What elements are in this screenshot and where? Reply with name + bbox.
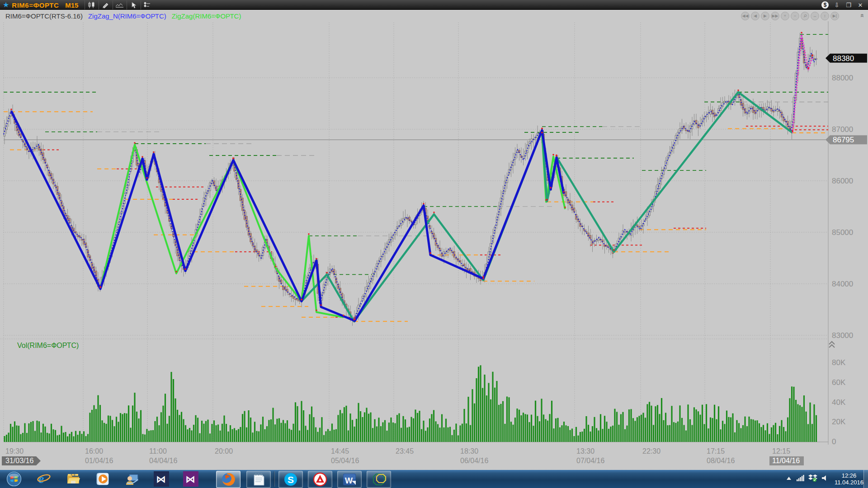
svg-text:16:00: 16:00	[85, 447, 103, 455]
tray-time: 12:26	[835, 472, 863, 479]
svg-text:83000: 83000	[832, 331, 853, 340]
network-signal-icon[interactable]	[796, 474, 804, 483]
svg-text:84000: 84000	[832, 280, 853, 288]
svg-text:0: 0	[832, 437, 836, 446]
legend-zigzag-n[interactable]: ZigZag_N(RIM6=ФОРТС)	[88, 12, 166, 20]
svg-text:80K: 80K	[832, 358, 846, 367]
svg-text:04/04/16: 04/04/16	[149, 457, 177, 465]
svg-text:W: W	[345, 476, 353, 485]
svg-text:e: e	[38, 472, 44, 486]
svg-text:88380: 88380	[833, 54, 854, 63]
svg-text:12:15: 12:15	[772, 447, 790, 455]
svg-text:05/04/16: 05/04/16	[331, 457, 359, 465]
tray-clock[interactable]: 12:2611.04.2016	[835, 472, 863, 486]
svg-text:23:45: 23:45	[396, 447, 414, 455]
visual-studio-dark-icon[interactable]: ⋈	[151, 471, 172, 487]
octagon-app-icon[interactable]	[367, 471, 391, 488]
svg-text:88000: 88000	[832, 74, 853, 82]
remote-user-app-icon[interactable]	[122, 471, 142, 487]
window-title: RIM6=ФОРТС	[12, 1, 59, 9]
magnifier-button[interactable]: ⚲	[799, 10, 811, 22]
speaker-icon[interactable]	[821, 474, 829, 483]
word-icon[interactable]: W	[337, 471, 362, 488]
svg-text:14:45: 14:45	[331, 447, 349, 455]
svg-text:S: S	[288, 474, 294, 485]
chart-nav-buttons: ◀◀◀▶▶▶+−⚲↔↕▶|	[741, 12, 839, 20]
window-controls: $⇩❐✕	[819, 0, 866, 9]
svg-text:11/04/16: 11/04/16	[772, 457, 800, 465]
svg-text:86795: 86795	[833, 136, 854, 144]
svg-text:17:15: 17:15	[707, 447, 725, 455]
legend-zigzag[interactable]: ZigZag(RIM6=ФОРТС)	[172, 12, 241, 20]
firefox-icon[interactable]	[216, 471, 241, 488]
svg-text:08/04/16: 08/04/16	[707, 457, 735, 465]
scroll-left-button[interactable]: ◀	[751, 12, 760, 20]
scroll-fast-right-button[interactable]: ▶▶	[771, 12, 779, 20]
download-icon[interactable]: ⇩	[831, 0, 843, 9]
svg-text:06/04/16: 06/04/16	[460, 457, 488, 465]
svg-text:85000: 85000	[832, 228, 853, 237]
legend-instrument[interactable]: RIM6=ФОРТС(RTS-6.16)	[5, 12, 83, 20]
svg-text:19:30: 19:30	[5, 447, 24, 455]
scroll-fast-left-button[interactable]: ◀◀	[741, 12, 750, 20]
tray-date: 11.04.2016	[835, 479, 863, 486]
volume-pane-label: Vol(RIM6=ФОРТС)	[17, 342, 79, 349]
chart-toolbar	[85, 0, 155, 10]
collapse-volume-icon	[829, 342, 835, 347]
svg-text:13:30: 13:30	[576, 447, 594, 455]
svg-text:20K: 20K	[832, 418, 846, 426]
windows-taskbar: e⋈⋈SW12:2611.04.2016	[0, 470, 868, 488]
go-to-end-button[interactable]: ▶|	[830, 12, 839, 20]
close-icon[interactable]: ✕	[854, 0, 866, 9]
svg-text:⋈: ⋈	[185, 474, 195, 485]
svg-text:07/04/16: 07/04/16	[576, 457, 604, 465]
svg-text:18:30: 18:30	[460, 447, 478, 455]
title-bar: ★ RIM6=ФОРТС M15 $⇩❐✕	[0, 0, 868, 10]
taskbar-divider	[274, 471, 275, 487]
favorite-star-icon[interactable]: ★	[3, 0, 9, 10]
windows-explorer-icon[interactable]	[63, 471, 84, 487]
indicator-tool-icon[interactable]	[141, 0, 155, 9]
chart-canvas[interactable]: 88000870008600085000840008300080K60K40K2…	[0, 21, 868, 470]
media-player-icon[interactable]	[92, 471, 113, 487]
svg-text:87000: 87000	[832, 125, 853, 134]
svg-text:31/03/16: 31/03/16	[5, 457, 33, 465]
show-desktop-button[interactable]	[863, 470, 868, 488]
levels-tool-icon[interactable]	[113, 0, 127, 9]
notepad-icon[interactable]	[246, 471, 271, 488]
compress-horizontal-button[interactable]: ↔	[811, 12, 819, 20]
scroll-right-button[interactable]: ▶	[761, 12, 769, 20]
svg-text:20:00: 20:00	[215, 447, 233, 455]
svg-text:40K: 40K	[832, 398, 846, 407]
svg-text:11:00: 11:00	[149, 447, 167, 455]
collapse-panel-icon[interactable]: «	[859, 14, 866, 17]
zoom-in-button[interactable]: +	[781, 12, 789, 20]
candlestick-tool-icon[interactable]	[85, 0, 99, 9]
compress-vertical-button[interactable]: ↕	[821, 12, 829, 20]
svg-text:60K: 60K	[832, 378, 846, 387]
cursor-tool-icon[interactable]	[127, 0, 141, 9]
draw-tool-icon[interactable]	[99, 0, 113, 9]
internet-explorer-icon[interactable]: e	[33, 471, 54, 487]
legend-row: RIM6=ФОРТС(RTS-6.16) ZigZag_N(RIM6=ФОРТС…	[0, 10, 868, 21]
svg-text:86000: 86000	[832, 177, 853, 185]
red-triangle-app-icon[interactable]	[308, 471, 332, 488]
system-tray: 12:2611.04.2016	[786, 470, 863, 488]
svg-text:01/04/16: 01/04/16	[85, 457, 113, 465]
dropbox-icon[interactable]	[808, 474, 817, 484]
skype-icon[interactable]: S	[278, 471, 303, 488]
hidden-icons-icon[interactable]	[786, 475, 792, 483]
svg-text:⋈: ⋈	[156, 474, 166, 485]
timeframe-label[interactable]: M15	[65, 1, 78, 9]
visual-studio-purple-icon[interactable]: ⋈	[180, 471, 201, 487]
money-icon[interactable]: $	[819, 0, 831, 9]
zoom-out-button[interactable]: −	[791, 12, 799, 20]
start-button[interactable]	[4, 471, 24, 487]
svg-text:22:30: 22:30	[642, 447, 660, 455]
trading-terminal-window: ★ RIM6=ФОРТС M15 $⇩❐✕ RIM6=ФОРТС(RTS-6.1…	[0, 0, 868, 488]
restore-icon[interactable]: ❐	[843, 0, 854, 9]
